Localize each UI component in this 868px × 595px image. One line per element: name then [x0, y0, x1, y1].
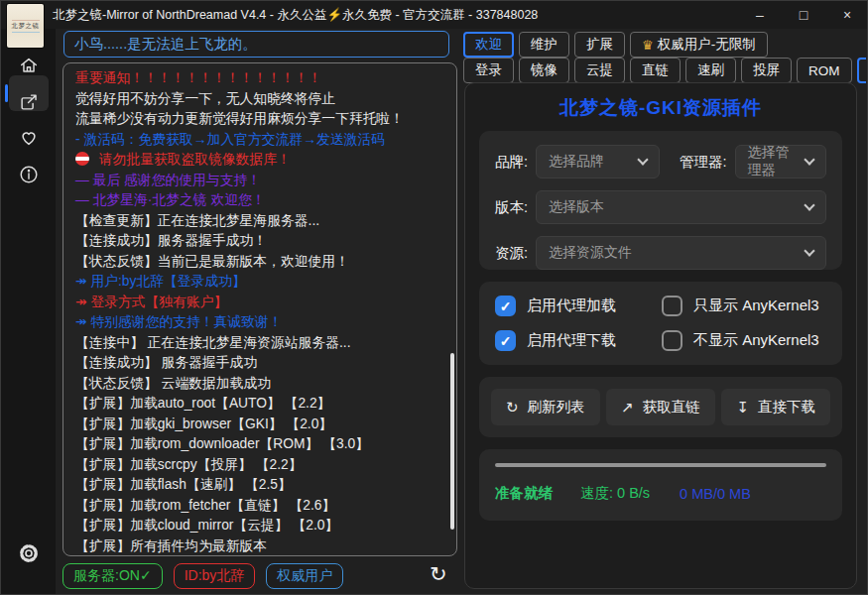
brand-select[interactable]: 选择品牌 — [536, 145, 660, 178]
share-icon — [18, 91, 40, 113]
log-line-text: ↠ 用户:by北辞【登录成功】 — [75, 274, 246, 289]
brand-label: 品牌: — [495, 153, 528, 172]
ready-status: 准备就绪 — [495, 484, 553, 503]
minimize-button[interactable]: – — [738, 1, 782, 29]
log-line-text: — 北梦星海·北梦之镜 欢迎您！ — [75, 192, 266, 207]
sidebar-item-favorites[interactable] — [18, 127, 40, 153]
log-line-text: 重要通知！！！！！！！！！！！！！！ — [75, 70, 321, 85]
title-bar: 北梦之镜-Mirror of NorthDreamad V4.4 - 永久公益⚡… — [1, 1, 868, 29]
checkbox-item[interactable]: 启用代理加载 — [495, 296, 662, 316]
checkbox-item[interactable]: 只显示 AnyKernel3 — [662, 296, 826, 316]
tab-label: 权威用户-无限制 — [658, 36, 756, 54]
button-icon: ↧ — [736, 399, 749, 416]
panel-action-button[interactable]: ↧ 直接下载 — [721, 389, 830, 425]
close-button[interactable]: × — [825, 1, 868, 29]
gki-plugin-panel: 北梦之镜-GKI资源插件 品牌: 选择品牌 管理器: 选择管理器 版本: 选择版… — [464, 82, 857, 589]
log-line-text: 【扩展】加载cloud_mirror【云提】 【2.0】 — [75, 518, 338, 533]
checkbox[interactable] — [495, 330, 516, 351]
log-line: 【连接成功】 服务器握手成功 — [75, 353, 444, 374]
log-line: 【扩展】加载flash【速刷】 【2.5】 — [75, 475, 444, 496]
options-card: 启用代理加载 只显示 AnyKernel3 启用代理下载 不显示 AnyKern… — [479, 282, 842, 365]
sidebar-item-settings[interactable] — [17, 541, 41, 569]
tab-label: ROM — [808, 63, 840, 78]
log-line-text: 【检查更新】正在连接北梦星海服务器... — [75, 213, 319, 228]
button-label: 刷新列表 — [528, 398, 585, 416]
log-line: 【扩展】所有插件均为最新版本 — [75, 536, 444, 557]
tab[interactable]: 镜像 — [519, 58, 569, 83]
heart-icon — [18, 127, 40, 149]
brand-select-value: 选择品牌 — [549, 153, 604, 171]
sidebar-item-about[interactable] — [18, 164, 40, 189]
chevron-down-icon — [804, 199, 814, 210]
resource-select-value: 选择资源文件 — [549, 244, 632, 262]
log-content: 重要通知！！！！！！！！！！！！！！ 觉得好用不妨分享一下，无人知晓终将停止 流… — [63, 63, 456, 556]
version-select-value: 选择版本 — [549, 198, 604, 216]
log-line-text: 【连接成功】服务器握手成功！ — [75, 233, 267, 248]
log-line: ↠ 登录方式【独有账户】 — [75, 293, 444, 313]
log-line-text: 【状态反馈】 云端数据加载成功 — [75, 376, 271, 391]
tab[interactable]: 投屏 — [741, 58, 792, 83]
log-line: 流量稀少没有动力更新觉得好用麻烦分享一下拜托啦！ — [75, 109, 444, 130]
version-select[interactable]: 选择版本 — [536, 190, 826, 224]
checkbox-item[interactable]: 启用代理下载 — [495, 330, 662, 351]
log-line: 【扩展】加载scrcpy【投屏】 【2.2】 — [75, 455, 444, 476]
checkbox-item[interactable]: 不显示 AnyKernel3 — [662, 330, 826, 351]
chevron-down-icon — [804, 245, 814, 256]
resource-label: 资源: — [495, 244, 528, 263]
sidebar-item-home[interactable] — [18, 55, 40, 80]
manager-select-value: 选择管理器 — [748, 144, 798, 179]
log-line-text: — 最后 感谢您的使用与支持！ — [75, 173, 261, 187]
tab[interactable]: ROM — [797, 58, 852, 83]
tab[interactable]: 直链 — [630, 58, 681, 83]
refresh-icon[interactable]: ↻ — [430, 562, 447, 586]
log-line-text: 【扩展】加载auto_root【AUTO】 【2.2】 — [75, 396, 330, 411]
info-icon — [18, 164, 40, 185]
chevron-down-icon — [804, 154, 814, 165]
log-line-text: 【扩展】所有插件均为最新版本 — [75, 538, 267, 553]
log-line-text: ↠ 特别感谢您的支持！真诚致谢！ — [75, 314, 283, 329]
log-scrollbar[interactable] — [450, 353, 454, 530]
gear-icon — [17, 541, 41, 565]
log-line: 【扩展】加载rom_downloader【ROM】 【3.0】 — [75, 434, 444, 455]
log-line-text: 觉得好用不妨分享一下，无人知晓终将停止 — [75, 91, 335, 106]
log-line-text: 【连接成功】 服务器握手成功 — [75, 355, 257, 370]
sidebar-item-share[interactable] — [18, 91, 40, 117]
status-pill-label: 服务器:ON✓ — [73, 567, 152, 583]
panel-action-button[interactable]: ↻ 刷新列表 — [491, 389, 600, 425]
status-pill: 权威用户 — [266, 563, 343, 589]
tab-row-plugins: 登录 镜像 云提 直链 速刷 投屏 — [463, 58, 866, 83]
tab-label: 登录 — [475, 61, 502, 79]
log-line: 请勿批量获取盗取镜像数据库！ — [75, 150, 444, 171]
checkbox[interactable] — [495, 296, 516, 316]
sidebar-active-indicator — [5, 84, 8, 102]
status-row: 准备就绪 速度: 0 B/s 0 MB/0 MB — [495, 484, 826, 503]
tab[interactable]: 维护 — [519, 32, 569, 58]
checkbox[interactable] — [662, 330, 682, 351]
resource-select[interactable]: 选择资源文件 — [536, 236, 826, 270]
tab[interactable]: GKI — [857, 58, 867, 83]
log-line-text: 【扩展】加载flash【速刷】 【2.5】 — [75, 477, 292, 492]
tab[interactable]: 速刷 — [685, 58, 736, 83]
manager-select[interactable]: 选择管理器 — [735, 145, 826, 178]
tab[interactable]: 欢迎 — [463, 32, 514, 58]
tab[interactable]: ♛ 权威用户-无限制 — [630, 32, 768, 58]
checkbox[interactable] — [662, 296, 682, 316]
tab[interactable]: 云提 — [574, 58, 625, 83]
tab-label: 镜像 — [531, 61, 558, 79]
speed-status: 速度: 0 B/s — [580, 484, 650, 503]
panel-action-button[interactable]: ↗ 获取直链 — [606, 389, 715, 425]
app-logo: 北梦之镜 — [7, 4, 44, 48]
tab[interactable]: 扩展 — [574, 32, 625, 58]
log-line: 【扩展】加载rom_fetcher【直链】 【2.6】 — [75, 496, 444, 517]
window-title: 北梦之镜-Mirror of NorthDreamad V4.4 - 永久公益⚡… — [53, 1, 538, 29]
tab-label: 欢迎 — [475, 36, 502, 54]
log-line: — 最后 感谢您的使用与支持！ — [75, 171, 444, 191]
chevron-down-icon — [637, 154, 648, 165]
quote-input[interactable]: 小鸟......是无法追上飞龙的。 — [63, 31, 449, 58]
log-line-text: 【扩展】加载scrcpy【投屏】 【2.2】 — [75, 457, 302, 472]
log-line: 【检查更新】正在连接北梦星海服务器... — [75, 211, 444, 232]
log-line-text: 【扩展】加载rom_fetcher【直链】 【2.6】 — [75, 498, 335, 513]
maximize-button[interactable]: □ — [782, 1, 825, 29]
log-line: 觉得好用不妨分享一下，无人知晓终将停止 — [75, 89, 444, 110]
tab[interactable]: 登录 — [463, 58, 514, 83]
